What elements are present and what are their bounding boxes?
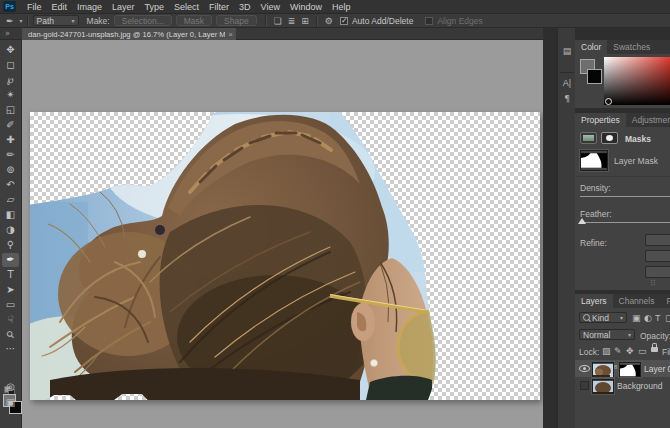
edit-toolbar-button[interactable]: ⋯ [2,342,19,356]
lock-position-icon[interactable]: ✥ [626,347,634,356]
lasso-tool[interactable]: ℘ [2,73,19,87]
refine-label: Refine: [580,238,607,248]
hand-tool[interactable]: ☟ [2,313,19,327]
brush-tool[interactable]: ✏ [2,148,19,162]
color-range-button[interactable]: Colo [645,250,670,262]
tab-channels[interactable]: Channels [613,294,661,308]
clone-stamp-tool[interactable]: ⊚ [2,163,19,177]
path-selection-tool[interactable]: ➤ [2,283,19,297]
type-tool[interactable]: T [2,268,19,282]
eraser-tool[interactable]: ▱ [2,193,19,207]
opacity-label: Opacity: [640,331,670,341]
tab-swatches[interactable]: Swatches [607,40,656,54]
menu-window[interactable]: Window [285,2,327,12]
canvas-document[interactable] [30,112,540,400]
panel-resize-grip[interactable]: ⠿ [650,279,656,288]
filter-pixel-layers-icon[interactable]: ▣ [632,314,641,323]
tab-adjustments[interactable]: Adjustments [626,113,670,127]
menu-type[interactable]: Type [140,2,170,12]
layer-mask-thumbnail[interactable] [619,362,641,377]
blend-mode-select[interactable]: Normal ▾ [579,329,635,340]
gradient-tool[interactable]: ◧ [2,208,19,222]
tab-properties[interactable]: Properties [575,113,626,127]
history-brush-tool[interactable]: ↶ [2,178,19,192]
menu-layer[interactable]: Layer [107,2,140,12]
masks-title: Masks [625,134,651,144]
make-shape-button[interactable]: Shape [216,15,257,26]
filter-adjustment-layers-icon[interactable]: ◐ [644,314,652,323]
document-tab[interactable]: dan-gold-247701-unsplash.jpg @ 16.7% (La… [22,28,236,40]
fill-label: Fill: [662,347,670,357]
paragraph-panel-icon[interactable]: ¶ [558,94,576,104]
vector-mask-icon[interactable] [601,132,618,144]
make-mask-button[interactable]: Mask [176,15,212,26]
gear-icon[interactable]: ⚙ [325,16,333,26]
invert-button[interactable] [645,266,670,278]
path-operations-icon[interactable]: ❏ [274,16,282,26]
crop-tool[interactable]: ◱ [2,103,19,117]
menu-help[interactable]: Help [327,2,356,12]
pen-mode-select[interactable]: Path ▾ [33,15,79,26]
density-slider[interactable] [580,196,670,197]
menu-view[interactable]: View [256,2,285,12]
close-tab-icon[interactable]: × [228,30,233,39]
filter-type-layers-icon[interactable]: T [655,314,661,323]
layer-thumbnail[interactable] [592,379,614,394]
quick-selection-tool[interactable]: ✴ [2,88,19,102]
menu-edit[interactable]: Edit [47,2,73,12]
lock-artboard-icon[interactable]: ▭ [638,347,647,356]
select-and-mask-button[interactable]: Select [645,234,670,246]
lock-all-icon[interactable] [651,347,658,352]
visibility-eye-icon[interactable] [579,365,590,372]
tools-panel: ✥ ◻ ℘ ✴ ◱ ✐ ✚ ✏ ⊚ ↶ ▱ ◧ ◑ ⚲ ✒ T ➤ ▭ ☟ ⚲ … [0,40,22,428]
menu-select[interactable]: Select [169,2,204,12]
tab-layers[interactable]: Layers [575,294,613,308]
dodge-tool[interactable]: ⚲ [2,238,19,252]
screen-mode-button[interactable]: ▣ [2,396,19,410]
toolbar-collapse-icon[interactable]: » [5,29,10,38]
layer-mask-thumbnail[interactable] [580,150,608,171]
lock-paint-icon[interactable]: ✎ [614,347,622,356]
make-selection-button[interactable]: Selection... [114,15,172,26]
canvas-pasteboard [22,40,543,428]
tool-preset-dropdown-icon[interactable]: ▾ [20,17,23,24]
path-arrangement-icon[interactable]: ⊞ [301,16,309,26]
eyedropper-tool[interactable]: ✐ [2,118,19,132]
pixel-mask-icon[interactable] [580,132,597,144]
color-picker-marker[interactable] [605,98,612,105]
menu-filter[interactable]: Filter [204,2,234,12]
feather-slider[interactable] [580,222,670,223]
background-color-swatch[interactable] [587,69,602,84]
pen-tool[interactable]: ✒ [2,253,19,267]
menu-3d[interactable]: 3D [234,2,256,12]
tab-color[interactable]: Color [575,40,607,54]
brush-settings-panel-icon[interactable]: ▤ [558,46,576,56]
auto-add-delete-checkbox[interactable] [340,17,348,25]
menu-image[interactable]: Image [72,2,107,12]
layer-row-background[interactable]: Background [575,377,670,394]
layer-row-layer-0[interactable]: 8 Layer 0 [575,360,670,377]
lock-transparency-icon[interactable]: ▨ [602,347,611,356]
move-tool[interactable]: ✥ [2,43,19,57]
properties-panel-tabs: Properties Adjustments [575,113,670,127]
color-panel-tabs: Color Swatches [575,40,670,54]
feather-slider-thumb[interactable] [578,218,586,224]
zoom-tool[interactable]: ⚲ [2,328,19,342]
shape-tool[interactable]: ▭ [2,298,19,312]
blur-tool[interactable]: ◑ [2,223,19,237]
quick-mask-mode-button[interactable]: ◎ [2,380,19,394]
layer-filter-kind-select[interactable]: Kind ▾ [579,312,627,323]
color-spectrum-picker[interactable] [604,57,670,105]
pen-tool-preset-icon[interactable]: ✒ [6,16,14,26]
visibility-toggle-hidden[interactable] [580,381,589,390]
filter-shape-layers-icon[interactable]: ◻ [665,314,670,323]
mask-link-icon[interactable]: 8 [614,364,617,370]
healing-brush-tool[interactable]: ✚ [2,133,19,147]
tab-paths[interactable]: Paths [660,294,670,308]
marquee-tool[interactable]: ◻ [2,58,19,72]
align-edges-checkbox[interactable] [425,17,433,25]
character-panel-icon[interactable]: A| [558,78,576,88]
layer-thumbnail[interactable] [592,362,614,377]
path-alignment-icon[interactable]: ≣ [288,16,296,26]
menu-file[interactable]: File [22,2,47,12]
